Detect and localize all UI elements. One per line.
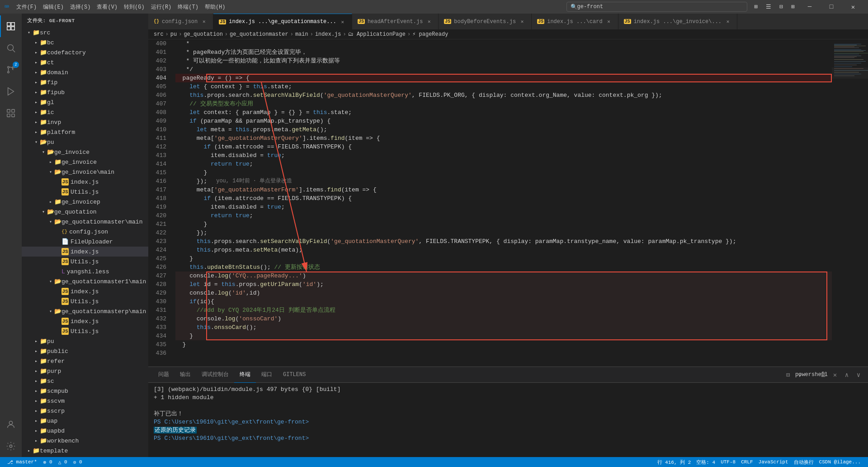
menu-edit[interactable]: 编辑(E) xyxy=(43,3,64,11)
tab-index-js-active[interactable]: JS index.js ...\ge_quotationmaste... ✕ xyxy=(213,14,352,29)
terminal-history-label[interactable]: 还原的历史记录 xyxy=(154,427,197,434)
tree-uap[interactable]: ▸ 📁 uap xyxy=(22,416,148,426)
tree-pu2[interactable]: ▸ 📁 pu xyxy=(22,336,148,346)
tree-sscvm[interactable]: ▸ 📁 sscvm xyxy=(22,396,148,406)
menu-file[interactable]: 文件(F) xyxy=(16,3,37,11)
tree-ge-quotation[interactable]: ▾ 📂 ge_quotation xyxy=(22,207,148,217)
tree-ge-invoice-main[interactable]: ▾ 📂 ge_invoice\main xyxy=(22,167,148,177)
menu-run[interactable]: 运行(R) xyxy=(151,3,172,11)
tree-src[interactable]: ▾ 📁 src xyxy=(22,28,148,38)
activity-explorer[interactable] xyxy=(0,15,22,37)
tree-config-json[interactable]: {} config.json xyxy=(22,227,148,237)
activity-accounts[interactable] xyxy=(0,414,22,435)
tree-ge-invoice-utilsjs[interactable]: JS Utils.js xyxy=(22,187,148,197)
panel-tab-output[interactable]: 输出 xyxy=(175,367,196,383)
panel-tab-ports[interactable]: 端口 xyxy=(256,367,278,383)
tree-fipub[interactable]: ▸ 📁 fipub xyxy=(22,87,148,97)
tree-file-uploader[interactable]: 📄 FileUploader xyxy=(22,237,148,247)
tree-purp[interactable]: ▸ 📁 purp xyxy=(22,366,148,376)
tree-workbench[interactable]: ▸ 📁 workbench xyxy=(22,436,148,446)
search-box[interactable]: 🔍 ge-front xyxy=(566,2,747,12)
status-errors[interactable]: ⊗ 0 △ 0 ⊙ 0 xyxy=(41,457,85,467)
layout3-icon[interactable]: ⊟ xyxy=(776,3,787,10)
breadcrumb-app-page[interactable]: 🗂 ApplicationPage xyxy=(348,31,406,38)
tree-refer[interactable]: ▸ 📁 refer xyxy=(22,356,148,366)
status-language[interactable]: JavaScript xyxy=(756,457,791,467)
maximize-button[interactable]: □ xyxy=(821,0,842,14)
breadcrumb-ge-quotation[interactable]: ge_quotation xyxy=(184,31,222,38)
tree-geqmp-idx[interactable]: JS index.js xyxy=(22,316,148,326)
panel-trash-icon[interactable]: 🗑 xyxy=(818,370,828,380)
panel-close-icon[interactable]: ✕ xyxy=(830,370,840,380)
tree-ic[interactable]: ▸ 📁 ic xyxy=(22,107,148,117)
breadcrumb-page-ready[interactable]: ⚡ pageReady xyxy=(412,31,448,38)
panel-tab-debug-console[interactable]: 调试控制台 xyxy=(196,367,234,383)
status-csdn[interactable]: CSDN @ilage... xyxy=(816,457,863,467)
tree-bc[interactable]: ▸ 📁 bc xyxy=(22,38,148,48)
breadcrumb-pu[interactable]: pu xyxy=(170,31,177,38)
panel-chevron-down-icon[interactable]: ∨ xyxy=(854,370,863,380)
status-spaces[interactable]: 空格: 4 xyxy=(693,457,718,467)
tree-geqmp-utils[interactable]: JS Utils.js xyxy=(22,326,148,336)
tree-scmpub[interactable]: ▸ 📁 scmpub xyxy=(22,386,148,396)
tab-body-before[interactable]: JS bodyBeforeEvents.js ✕ xyxy=(439,14,532,29)
status-line-col[interactable]: 行 416, 列 2 xyxy=(655,457,694,467)
tree-index-js-active[interactable]: JS index.js xyxy=(22,247,148,257)
tree-codefactory[interactable]: ▸ 📁 codefactory xyxy=(22,48,148,57)
tree-utils-js[interactable]: JS Utils.js xyxy=(22,257,148,267)
activity-extensions[interactable] xyxy=(0,102,22,124)
tree-fip[interactable]: ▸ 📁 fip xyxy=(22,77,148,87)
breadcrumb-src[interactable]: src xyxy=(154,31,164,38)
menu-terminal[interactable]: 终端(T) xyxy=(178,3,198,11)
tree-ct[interactable]: ▸ 📁 ct xyxy=(22,57,148,67)
breadcrumb-index-js[interactable]: index.js xyxy=(315,31,341,38)
panel-tab-terminal[interactable]: 终端 xyxy=(234,367,256,383)
menu-select[interactable]: 选择(S) xyxy=(70,3,91,11)
tab-close-invoice[interactable]: ✕ xyxy=(724,18,731,25)
tree-ge-invoice-indexjs[interactable]: JS index.js xyxy=(22,177,148,187)
tree-domain[interactable]: ▸ 📁 domain xyxy=(22,67,148,77)
tab-config-json[interactable]: {} config.json ✕ xyxy=(148,14,213,29)
tree-ge-quotationmaster-main[interactable]: ▾ 📂 ge_quotationmaster\main xyxy=(22,217,148,227)
status-branch[interactable]: ⎇ master* xyxy=(5,457,40,467)
panel-chevron-up-icon[interactable]: ∧ xyxy=(842,370,852,380)
tree-ge-invoicep[interactable]: ▸ 📁 ge_invoicep xyxy=(22,197,148,207)
status-eol[interactable]: CRLF xyxy=(738,457,755,467)
tree-uapbd[interactable]: ▸ 📁 uapbd xyxy=(22,426,148,436)
layout4-icon[interactable]: ⊞ xyxy=(788,3,798,10)
breadcrumb-ge-quotationmaster[interactable]: ge_quotationmaster xyxy=(230,31,288,38)
tab-close-body[interactable]: ✕ xyxy=(519,18,526,25)
tree-public[interactable]: ▸ 📁 public xyxy=(22,346,148,356)
tree-ge-invoice-parent[interactable]: ▾ 📂 ge_invoice xyxy=(22,147,148,157)
minimize-button[interactable]: ─ xyxy=(799,0,820,14)
layout2-icon[interactable]: ☰ xyxy=(762,3,775,10)
panel-split-icon[interactable]: ⊟ xyxy=(783,370,793,380)
tree-gl[interactable]: ▸ 📁 gl xyxy=(22,97,148,107)
tree-invp[interactable]: ▸ 📁 invp xyxy=(22,117,148,127)
activity-settings[interactable] xyxy=(0,435,22,457)
close-button[interactable]: ✕ xyxy=(843,0,863,14)
tab-index-invoice[interactable]: JS index.js ...\ge_invoice\... ✕ xyxy=(618,14,737,29)
tab-close-index[interactable]: ✕ xyxy=(339,18,346,25)
tree-geqmp-main[interactable]: ▾ 📂 ge_quotationmasterp\main xyxy=(22,306,148,316)
status-autowrap[interactable]: 自动换行 xyxy=(791,457,816,467)
menu-view[interactable]: 查看(V) xyxy=(97,3,118,11)
menu-goto[interactable]: 转到(G) xyxy=(124,3,145,11)
tree-sc[interactable]: ▸ 📁 sc xyxy=(22,376,148,386)
tree-ge-invoice-sub[interactable]: ▸ 📁 ge_invoice xyxy=(22,157,148,167)
breadcrumb-main[interactable]: main xyxy=(295,31,308,38)
activity-debug[interactable] xyxy=(0,81,22,102)
panel-tab-problems[interactable]: 问题 xyxy=(153,367,175,383)
tab-close-head[interactable]: ✕ xyxy=(425,18,433,25)
tree-geqm1-utils[interactable]: JS Utils.js xyxy=(22,296,148,306)
code-content[interactable]: * * pageReady方法为页面已经完全设置完毕， * 可以初始化一些初始功… xyxy=(171,39,832,367)
panel-tab-gitlens[interactable]: GITLENS xyxy=(278,367,311,383)
activity-git[interactable]: 2 xyxy=(0,59,22,81)
tree-ssscrp[interactable]: ▸ 📁 sscrp xyxy=(22,406,148,416)
tab-index-card[interactable]: JS index.js ...\card ✕ xyxy=(532,14,618,29)
tree-geqm1-main[interactable]: ▾ 📂 ge_quotationmaster1\main xyxy=(22,276,148,286)
tab-head-after[interactable]: JS headAfterEvent.js ✕ xyxy=(352,14,439,29)
activity-search[interactable] xyxy=(0,37,22,59)
tree-yangshi-less[interactable]: L yangshi.less xyxy=(22,267,148,276)
layout-icon[interactable]: ⊞ xyxy=(751,3,762,10)
